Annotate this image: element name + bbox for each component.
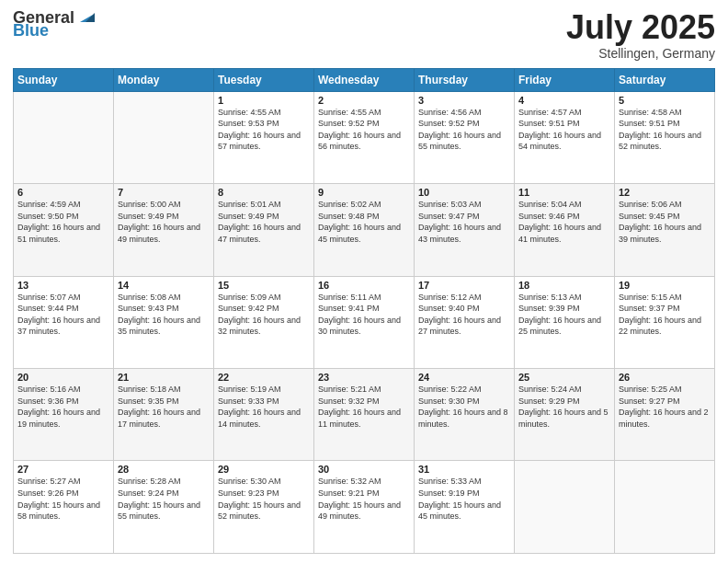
- day-number: 11: [518, 187, 610, 198]
- day-number: 22: [218, 372, 310, 383]
- day-info: Sunrise: 5:02 AM Sunset: 9:48 PM Dayligh…: [318, 199, 410, 245]
- day-info: Sunrise: 5:09 AM Sunset: 9:42 PM Dayligh…: [218, 292, 310, 338]
- col-sunday: Sunday: [14, 68, 114, 91]
- calendar-title: July 2025: [566, 9, 715, 46]
- col-saturday: Saturday: [615, 68, 715, 91]
- day-number: 16: [318, 280, 410, 291]
- calendar-cell: 23Sunrise: 5:21 AM Sunset: 9:32 PM Dayli…: [314, 369, 415, 461]
- logo-blue: Blue: [13, 22, 49, 39]
- day-number: 4: [518, 95, 610, 106]
- calendar-cell: 2Sunrise: 4:55 AM Sunset: 9:52 PM Daylig…: [314, 91, 415, 183]
- day-number: 25: [518, 372, 610, 383]
- page: General Blue July 2025 Stellingen, Germa…: [0, 0, 728, 563]
- day-info: Sunrise: 4:57 AM Sunset: 9:51 PM Dayligh…: [518, 107, 610, 153]
- calendar-cell: 26Sunrise: 5:25 AM Sunset: 9:27 PM Dayli…: [615, 369, 715, 461]
- day-number: 24: [418, 372, 510, 383]
- day-info: Sunrise: 5:28 AM Sunset: 9:24 PM Dayligh…: [118, 476, 210, 522]
- day-info: Sunrise: 5:16 AM Sunset: 9:36 PM Dayligh…: [17, 384, 109, 430]
- day-number: 27: [17, 464, 109, 475]
- calendar-cell: 17Sunrise: 5:12 AM Sunset: 9:40 PM Dayli…: [415, 276, 515, 368]
- calendar-cell: 19Sunrise: 5:15 AM Sunset: 9:37 PM Dayli…: [615, 276, 715, 368]
- day-number: 7: [118, 187, 210, 198]
- calendar-cell: 31Sunrise: 5:33 AM Sunset: 9:19 PM Dayli…: [415, 461, 515, 554]
- calendar-cell: 8Sunrise: 5:01 AM Sunset: 9:49 PM Daylig…: [214, 184, 314, 276]
- calendar-cell: 13Sunrise: 5:07 AM Sunset: 9:44 PM Dayli…: [14, 276, 114, 368]
- col-wednesday: Wednesday: [314, 68, 415, 91]
- calendar-cell: [615, 461, 715, 554]
- day-number: 6: [17, 187, 109, 198]
- day-info: Sunrise: 5:04 AM Sunset: 9:46 PM Dayligh…: [518, 199, 610, 245]
- day-number: 17: [418, 280, 510, 291]
- day-info: Sunrise: 5:08 AM Sunset: 9:43 PM Dayligh…: [118, 292, 210, 338]
- calendar-week-3: 13Sunrise: 5:07 AM Sunset: 9:44 PM Dayli…: [14, 276, 715, 368]
- day-info: Sunrise: 4:59 AM Sunset: 9:50 PM Dayligh…: [17, 199, 109, 245]
- day-number: 15: [218, 280, 310, 291]
- col-friday: Friday: [515, 68, 615, 91]
- title-block: July 2025 Stellingen, Germany: [566, 9, 715, 61]
- header: General Blue July 2025 Stellingen, Germa…: [13, 9, 715, 61]
- calendar-cell: 10Sunrise: 5:03 AM Sunset: 9:47 PM Dayli…: [415, 184, 515, 276]
- calendar-week-2: 6Sunrise: 4:59 AM Sunset: 9:50 PM Daylig…: [14, 184, 715, 276]
- calendar-cell: 28Sunrise: 5:28 AM Sunset: 9:24 PM Dayli…: [114, 461, 214, 554]
- day-number: 9: [318, 187, 410, 198]
- calendar-cell: 11Sunrise: 5:04 AM Sunset: 9:46 PM Dayli…: [515, 184, 615, 276]
- day-info: Sunrise: 5:12 AM Sunset: 9:40 PM Dayligh…: [418, 292, 510, 338]
- calendar-table: Sunday Monday Tuesday Wednesday Thursday…: [13, 68, 715, 554]
- calendar-cell: 30Sunrise: 5:32 AM Sunset: 9:21 PM Dayli…: [314, 461, 415, 554]
- calendar-cell: 29Sunrise: 5:30 AM Sunset: 9:23 PM Dayli…: [214, 461, 314, 554]
- day-info: Sunrise: 5:24 AM Sunset: 9:29 PM Dayligh…: [518, 384, 610, 430]
- calendar-cell: 16Sunrise: 5:11 AM Sunset: 9:41 PM Dayli…: [314, 276, 415, 368]
- day-info: Sunrise: 5:03 AM Sunset: 9:47 PM Dayligh…: [418, 199, 510, 245]
- logo-icon: [76, 6, 97, 26]
- day-number: 13: [17, 280, 109, 291]
- day-number: 8: [218, 187, 310, 198]
- calendar-cell: 20Sunrise: 5:16 AM Sunset: 9:36 PM Dayli…: [14, 369, 114, 461]
- svg-marker-1: [85, 13, 95, 22]
- calendar-cell: 4Sunrise: 4:57 AM Sunset: 9:51 PM Daylig…: [515, 91, 615, 183]
- calendar-cell: 5Sunrise: 4:58 AM Sunset: 9:51 PM Daylig…: [615, 91, 715, 183]
- calendar-week-1: 1Sunrise: 4:55 AM Sunset: 9:53 PM Daylig…: [14, 91, 715, 183]
- day-number: 19: [619, 280, 711, 291]
- day-number: 20: [17, 372, 109, 383]
- calendar-cell: [114, 91, 214, 183]
- calendar-cell: 1Sunrise: 4:55 AM Sunset: 9:53 PM Daylig…: [214, 91, 314, 183]
- day-info: Sunrise: 5:21 AM Sunset: 9:32 PM Dayligh…: [318, 384, 410, 430]
- logo: General Blue: [13, 9, 97, 39]
- day-info: Sunrise: 4:55 AM Sunset: 9:52 PM Dayligh…: [318, 107, 410, 153]
- day-info: Sunrise: 5:15 AM Sunset: 9:37 PM Dayligh…: [619, 292, 711, 338]
- calendar-cell: 7Sunrise: 5:00 AM Sunset: 9:49 PM Daylig…: [114, 184, 214, 276]
- calendar-cell: 14Sunrise: 5:08 AM Sunset: 9:43 PM Dayli…: [114, 276, 214, 368]
- col-tuesday: Tuesday: [214, 68, 314, 91]
- day-number: 10: [418, 187, 510, 198]
- day-info: Sunrise: 5:19 AM Sunset: 9:33 PM Dayligh…: [218, 384, 310, 430]
- day-number: 23: [318, 372, 410, 383]
- calendar-week-5: 27Sunrise: 5:27 AM Sunset: 9:26 PM Dayli…: [14, 461, 715, 554]
- calendar-cell: 9Sunrise: 5:02 AM Sunset: 9:48 PM Daylig…: [314, 184, 415, 276]
- day-number: 12: [619, 187, 711, 198]
- day-info: Sunrise: 5:00 AM Sunset: 9:49 PM Dayligh…: [118, 199, 210, 245]
- day-number: 29: [218, 464, 310, 475]
- day-info: Sunrise: 5:27 AM Sunset: 9:26 PM Dayligh…: [17, 476, 109, 522]
- day-number: 1: [218, 95, 310, 106]
- day-number: 2: [318, 95, 410, 106]
- calendar-subtitle: Stellingen, Germany: [566, 46, 715, 61]
- day-number: 31: [418, 464, 510, 475]
- day-number: 21: [118, 372, 210, 383]
- calendar-cell: 18Sunrise: 5:13 AM Sunset: 9:39 PM Dayli…: [515, 276, 615, 368]
- day-info: Sunrise: 4:58 AM Sunset: 9:51 PM Dayligh…: [619, 107, 711, 153]
- day-info: Sunrise: 4:55 AM Sunset: 9:53 PM Dayligh…: [218, 107, 310, 153]
- calendar-cell: 3Sunrise: 4:56 AM Sunset: 9:52 PM Daylig…: [415, 91, 515, 183]
- col-thursday: Thursday: [415, 68, 515, 91]
- calendar-cell: 6Sunrise: 4:59 AM Sunset: 9:50 PM Daylig…: [14, 184, 114, 276]
- day-info: Sunrise: 5:07 AM Sunset: 9:44 PM Dayligh…: [17, 292, 109, 338]
- day-info: Sunrise: 5:01 AM Sunset: 9:49 PM Dayligh…: [218, 199, 310, 245]
- day-info: Sunrise: 5:33 AM Sunset: 9:19 PM Dayligh…: [418, 476, 510, 522]
- calendar-week-4: 20Sunrise: 5:16 AM Sunset: 9:36 PM Dayli…: [14, 369, 715, 461]
- calendar-cell: [14, 91, 114, 183]
- day-info: Sunrise: 5:25 AM Sunset: 9:27 PM Dayligh…: [619, 384, 711, 430]
- day-number: 30: [318, 464, 410, 475]
- day-number: 18: [518, 280, 610, 291]
- day-info: Sunrise: 5:13 AM Sunset: 9:39 PM Dayligh…: [518, 292, 610, 338]
- day-number: 5: [619, 95, 711, 106]
- col-monday: Monday: [114, 68, 214, 91]
